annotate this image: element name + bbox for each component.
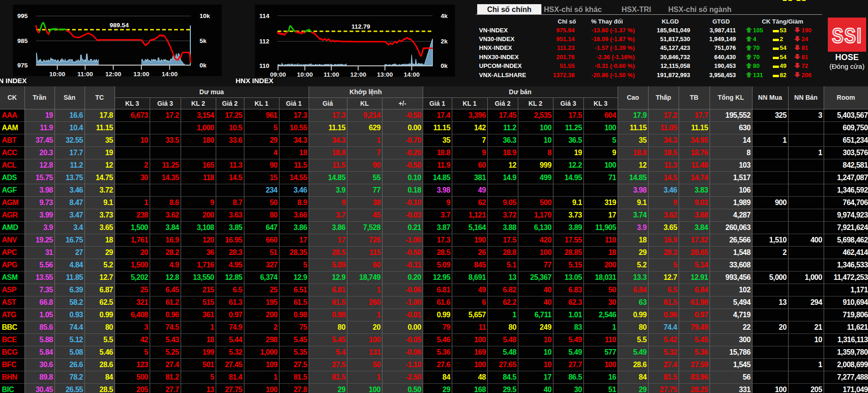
svg-text:11:00: 11:00 bbox=[323, 71, 339, 77]
svg-text:14:00: 14:00 bbox=[162, 71, 178, 76]
svg-text:975: 975 bbox=[17, 62, 28, 69]
svg-text:114: 114 bbox=[259, 12, 269, 19]
svg-text:10:00: 10:00 bbox=[297, 71, 313, 77]
svg-text:995: 995 bbox=[17, 12, 28, 19]
svg-text:09:00: 09:00 bbox=[270, 71, 286, 77]
svg-text:112.79: 112.79 bbox=[352, 23, 370, 30]
svg-text:13:00: 13:00 bbox=[377, 71, 393, 77]
svg-text:985: 985 bbox=[17, 37, 28, 44]
svg-text:11:00: 11:00 bbox=[77, 71, 93, 76]
svg-text:0k: 0k bbox=[441, 62, 448, 69]
svg-text:989.54: 989.54 bbox=[109, 22, 129, 29]
svg-text:14:00: 14:00 bbox=[404, 71, 420, 77]
svg-text:4k: 4k bbox=[441, 12, 448, 19]
svg-text:10:00: 10:00 bbox=[49, 71, 66, 76]
svg-text:5k: 5k bbox=[200, 37, 207, 44]
svg-text:13:00: 13:00 bbox=[134, 71, 150, 76]
svg-text:10k: 10k bbox=[200, 12, 210, 19]
svg-text:112: 112 bbox=[259, 38, 269, 45]
svg-text:12:00: 12:00 bbox=[350, 71, 366, 77]
svg-text:0k: 0k bbox=[200, 62, 207, 69]
svg-text:2k: 2k bbox=[441, 38, 448, 45]
svg-text:12:00: 12:00 bbox=[105, 71, 121, 76]
svg-text:110: 110 bbox=[259, 62, 269, 69]
